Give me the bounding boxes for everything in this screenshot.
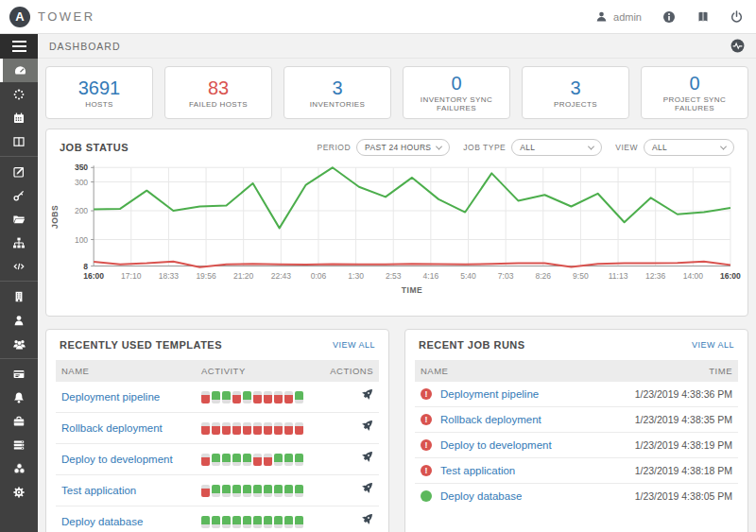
- docs-icon[interactable]: [696, 10, 710, 24]
- activity-sparkline: [201, 391, 330, 403]
- launch-rocket-icon[interactable]: [330, 482, 373, 499]
- job-name-link[interactable]: Deploy database: [440, 490, 522, 502]
- job-name-link[interactable]: Rollback deployment: [440, 414, 541, 425]
- sidebar-item-jobs[interactable]: [0, 82, 38, 106]
- status-failed-icon: !: [421, 439, 432, 451]
- control-label: VIEW: [615, 143, 638, 152]
- launch-rocket-icon[interactable]: [330, 388, 373, 405]
- top-header: A TOWER admin: [0, 0, 756, 34]
- activity-success-cell: [284, 454, 293, 466]
- stat-card[interactable]: 3 INVENTORIES: [284, 66, 391, 119]
- launch-rocket-icon[interactable]: [330, 513, 373, 530]
- sidebar-item-portal-mode[interactable]: [0, 129, 38, 153]
- sidebar-item-schedules[interactable]: [0, 106, 38, 129]
- launch-rocket-icon[interactable]: [330, 420, 373, 437]
- svg-text:12:36: 12:36: [645, 271, 666, 281]
- activity-success-cell: [232, 485, 241, 497]
- activity-success-cell: [253, 516, 262, 528]
- sidebar-item-projects[interactable]: [0, 207, 38, 231]
- launch-rocket-icon[interactable]: [330, 451, 373, 468]
- job-time: 1/23/2019 4:38:05 PM: [635, 490, 732, 502]
- job-name-link[interactable]: Deploy to development: [440, 439, 552, 451]
- templates-rows: Deployment pipeline Rollback deployment: [56, 382, 379, 532]
- activity-success-cell: [212, 485, 220, 497]
- activity-success-cell: [243, 516, 251, 528]
- sidebar-item-credential-types[interactable]: [0, 362, 38, 386]
- activity-success-cell: [243, 454, 251, 466]
- sidebar-item-job-templates[interactable]: [0, 160, 38, 183]
- svg-text:300: 300: [75, 178, 88, 187]
- job-status-title: JOB STATUS: [60, 142, 129, 153]
- activity-success-cell: [253, 485, 262, 497]
- templates-table-header: NAME ACTIVITY ACTIONS: [56, 360, 379, 382]
- sidebar-item-teams[interactable]: [0, 332, 38, 355]
- svg-text:0:06: 0:06: [311, 271, 327, 281]
- sidebar-item-applications[interactable]: [0, 456, 38, 480]
- jobs-view-all-link[interactable]: VIEW ALL: [692, 340, 734, 350]
- templates-view-all-link[interactable]: VIEW ALL: [333, 340, 375, 350]
- activity-fail-cell: [212, 422, 220, 435]
- template-name-link[interactable]: Test application: [61, 485, 201, 496]
- control-value: ALL: [652, 143, 667, 152]
- template-name-link[interactable]: Deploy database: [61, 516, 201, 527]
- sidebar-divider: [0, 281, 38, 282]
- stat-value: 83: [208, 77, 229, 98]
- activity-success-cell: [295, 454, 303, 466]
- activity-success-cell: [212, 454, 220, 466]
- sidebar-item-management-jobs[interactable]: [0, 409, 38, 433]
- activity-success-cell: [243, 391, 251, 403]
- brand: A TOWER: [9, 7, 95, 27]
- stat-card[interactable]: 3691 HOSTS: [45, 66, 153, 119]
- info-icon[interactable]: [662, 10, 676, 24]
- stat-label: INVENTORY SYNC FAILURES: [407, 95, 506, 112]
- menu-toggle-icon[interactable]: [0, 34, 38, 59]
- sidebar-item-settings[interactable]: [0, 480, 38, 504]
- sidebar-item-instance-groups[interactable]: [0, 433, 38, 456]
- user-menu[interactable]: admin: [595, 10, 642, 23]
- control-select[interactable]: PAST 24 HOURS: [356, 139, 450, 156]
- stat-value: 0: [689, 73, 699, 94]
- power-icon[interactable]: [730, 10, 743, 23]
- tower-logo-icon[interactable]: A: [9, 7, 30, 27]
- template-row: Test application: [56, 475, 379, 506]
- stat-card[interactable]: 83 FAILED HOSTS: [164, 66, 272, 119]
- activity-stream-icon[interactable]: [730, 39, 745, 53]
- job-time: 1/23/2019 4:38:36 PM: [635, 388, 732, 400]
- breadcrumb[interactable]: DASHBOARD: [49, 41, 121, 52]
- stat-card[interactable]: 0 PROJECT SYNC FAILURES: [641, 66, 748, 119]
- topbar-actions: admin: [595, 10, 743, 24]
- control-select[interactable]: ALL: [644, 139, 734, 156]
- activity-success-cell: [295, 391, 303, 403]
- job-name-link[interactable]: Deployment pipeline: [440, 388, 539, 400]
- job-status-panel: JOB STATUS PERIOD PAST 24 HOURS JOB TYP: [45, 129, 748, 317]
- sidebar-item-organizations[interactable]: [0, 284, 38, 308]
- sidebar-item-dashboard[interactable]: [0, 59, 38, 82]
- svg-text:4:16: 4:16: [423, 271, 439, 281]
- sidebar-item-credentials[interactable]: [0, 183, 38, 207]
- templates-panel-title: RECENTLY USED TEMPLATES: [60, 339, 222, 351]
- svg-text:1:30: 1:30: [348, 271, 364, 281]
- activity-fail-cell: [295, 422, 303, 435]
- sidebar-item-users[interactable]: [0, 308, 38, 332]
- stat-card[interactable]: 3 PROJECTS: [522, 66, 629, 119]
- activity-success-cell: [243, 485, 251, 497]
- svg-text:100: 100: [75, 235, 88, 245]
- job-run-row: ! Rollback deployment 1/23/2019 4:38:35 …: [415, 407, 738, 433]
- control-select[interactable]: ALL: [511, 139, 602, 156]
- stat-card[interactable]: 0 INVENTORY SYNC FAILURES: [403, 66, 510, 119]
- sidebar-item-inventories[interactable]: [0, 231, 38, 254]
- col-name: NAME: [421, 366, 709, 376]
- svg-text:5:40: 5:40: [460, 271, 476, 281]
- sidebar-item-notifications[interactable]: [0, 386, 38, 409]
- sidebar-item-inventory-scripts[interactable]: [0, 254, 38, 278]
- control-value: ALL: [520, 143, 535, 152]
- svg-text:TIME: TIME: [402, 285, 422, 295]
- template-name-link[interactable]: Deploy to development: [61, 454, 201, 465]
- breadcrumb-bar: DASHBOARD: [38, 34, 756, 59]
- activity-success-cell: [201, 516, 210, 528]
- job-name-link[interactable]: Test application: [440, 465, 515, 476]
- activity-sparkline: [201, 485, 330, 497]
- template-name-link[interactable]: Rollback deployment: [61, 422, 201, 434]
- svg-text:19:56: 19:56: [196, 271, 216, 281]
- template-name-link[interactable]: Deployment pipeline: [61, 391, 201, 403]
